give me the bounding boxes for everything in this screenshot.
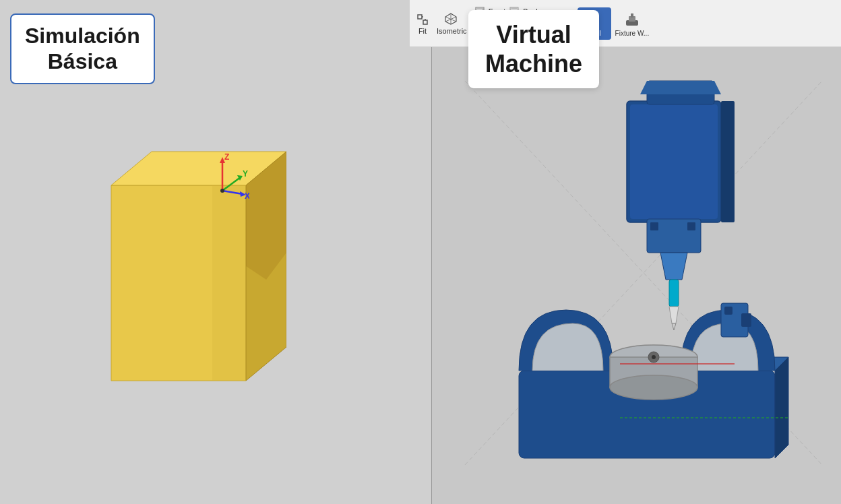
svg-point-42 [220,189,224,193]
svg-text:X: X [245,191,249,201]
svg-rect-44 [423,20,427,24]
svg-rect-24 [724,307,733,315]
vm-label-line1: Virtual [496,21,571,49]
svg-marker-56 [510,7,518,9]
svg-line-36 [222,177,241,191]
svg-rect-43 [418,15,422,19]
svg-rect-25 [741,313,751,327]
svg-text:Y: Y [243,169,248,179]
svg-line-39 [222,191,243,194]
svg-marker-5 [775,357,788,458]
svg-rect-20 [669,280,679,307]
isometric-icon [444,12,459,27]
sim-label-line1: Simulación [25,24,140,48]
svg-rect-17 [650,222,658,230]
vm-label: Virtual Machine [468,10,599,88]
isometric-label[interactable]: Isometric [437,27,467,35]
svg-point-10 [652,355,656,359]
fixture-icon [622,9,642,30]
sim-label-line2: Básica [48,49,117,73]
svg-rect-18 [687,222,695,230]
svg-rect-67 [631,13,633,18]
svg-marker-53 [476,7,484,9]
fit-label[interactable]: Fit [418,27,427,35]
stock-3d-box [77,131,286,404]
svg-text:Z: Z [224,154,229,162]
svg-rect-12 [630,104,718,219]
svg-marker-15 [640,81,721,94]
panel-separator [431,0,432,504]
axis-indicator: Z Y X [199,154,249,207]
svg-rect-13 [721,101,735,222]
vm-label-line2: Machine [485,50,582,77]
sim-label: Simulación Básica [10,13,155,84]
cnc-machine-svg [431,47,841,504]
fit-icon [415,12,430,27]
svg-marker-31 [212,185,246,381]
svg-point-8 [610,375,697,400]
fixture-label[interactable]: Fixture W... [615,30,650,37]
